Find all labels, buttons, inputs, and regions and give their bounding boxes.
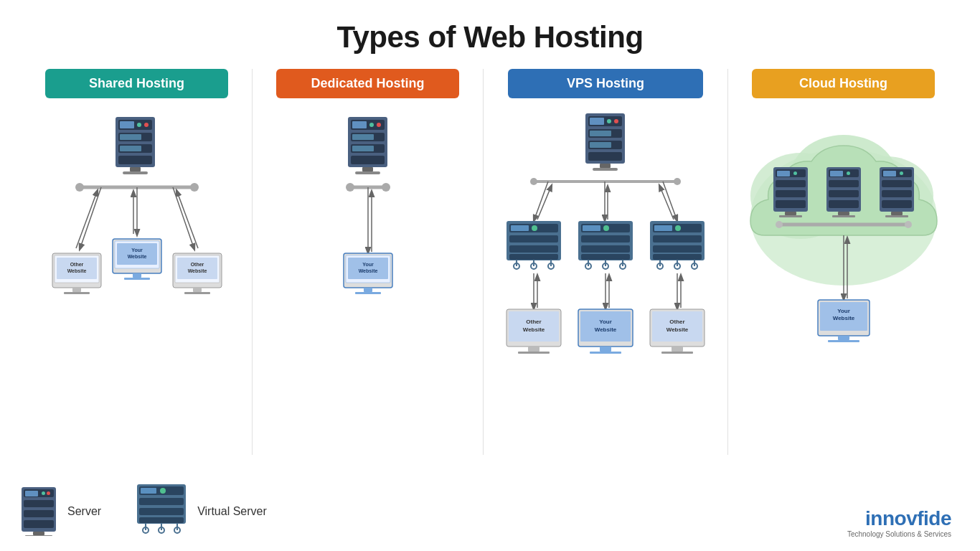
- svg-line-85: [534, 182, 548, 221]
- dedicated-diagram: Your Website: [260, 110, 476, 455]
- svg-rect-199: [25, 491, 38, 496]
- svg-point-160: [905, 221, 912, 228]
- svg-rect-186: [891, 212, 903, 215]
- svg-rect-51: [352, 146, 374, 151]
- svg-line-15: [80, 187, 101, 250]
- server-legend-icon: [22, 487, 57, 536]
- svg-rect-178: [832, 215, 855, 217]
- svg-rect-205: [33, 532, 44, 535]
- svg-rect-34: [133, 273, 141, 278]
- legend: Server Virtual Server: [22, 484, 267, 538]
- svg-rect-213: [139, 517, 184, 523]
- svg-point-57: [382, 183, 390, 192]
- svg-rect-106: [583, 225, 600, 231]
- svg-text:Other: Other: [70, 262, 83, 267]
- svg-rect-202: [24, 500, 54, 507]
- brand-name-part1: innov: [865, 507, 917, 529]
- svg-rect-201: [47, 491, 50, 495]
- svg-rect-164: [793, 171, 797, 175]
- svg-line-87: [663, 182, 677, 221]
- svg-rect-165: [776, 180, 806, 187]
- svg-rect-175: [829, 190, 859, 197]
- brand-subtitle: Technology Solutions & Services: [847, 530, 951, 538]
- svg-rect-209: [141, 488, 156, 494]
- svg-rect-140: [528, 347, 540, 352]
- svg-text:Your: Your: [837, 308, 850, 314]
- svg-rect-4: [144, 123, 149, 127]
- svg-rect-146: [600, 347, 611, 352]
- svg-rect-163: [777, 171, 790, 176]
- svg-text:Other: Other: [669, 319, 684, 325]
- svg-rect-77: [588, 152, 622, 161]
- svg-text:Other: Other: [190, 262, 204, 267]
- svg-rect-107: [603, 225, 609, 231]
- svg-text:Website: Website: [595, 326, 617, 333]
- svg-rect-185: [882, 200, 912, 208]
- svg-rect-183: [882, 180, 912, 187]
- svg-rect-76: [590, 142, 611, 148]
- svg-rect-212: [139, 508, 184, 515]
- svg-rect-10: [130, 167, 141, 171]
- svg-point-13: [75, 183, 84, 192]
- svg-point-82: [674, 178, 681, 185]
- svg-rect-211: [139, 498, 184, 505]
- cloud-diagram: Your Website: [735, 110, 951, 455]
- svg-rect-42: [184, 292, 210, 294]
- svg-rect-11: [123, 171, 148, 174]
- svg-rect-54: [355, 171, 380, 174]
- svg-text:Website: Website: [666, 326, 689, 333]
- svg-rect-3: [137, 123, 141, 127]
- svg-rect-168: [785, 212, 796, 215]
- svg-rect-203: [24, 510, 54, 517]
- svg-line-20: [176, 190, 198, 248]
- svg-rect-119: [654, 225, 672, 231]
- svg-rect-9: [118, 156, 152, 164]
- column-cloud: Cloud Hosting: [728, 69, 958, 455]
- svg-rect-121: [653, 235, 702, 242]
- cloud-diagram-svg: Your Website: [736, 110, 951, 361]
- svg-text:Your: Your: [131, 248, 143, 253]
- brand: innovfide Technology Solutions & Service…: [847, 507, 951, 538]
- svg-rect-141: [518, 352, 550, 354]
- column-shared: Shared Hosting: [22, 69, 253, 455]
- shared-hosting-label: Shared Hosting: [45, 69, 229, 98]
- svg-point-159: [776, 221, 783, 228]
- svg-rect-187: [885, 215, 908, 217]
- svg-rect-46: [369, 123, 374, 127]
- svg-rect-177: [838, 212, 849, 215]
- cloud-hosting-label: Cloud Hosting: [752, 69, 936, 98]
- svg-rect-67: [355, 292, 381, 294]
- svg-rect-93: [511, 225, 529, 231]
- svg-rect-94: [532, 225, 537, 231]
- svg-rect-53: [362, 167, 373, 171]
- svg-rect-182: [900, 171, 903, 175]
- svg-text:Your: Your: [362, 262, 374, 267]
- svg-rect-184: [882, 190, 912, 197]
- svg-line-17: [173, 187, 194, 250]
- svg-rect-95: [509, 235, 558, 242]
- svg-rect-166: [776, 190, 806, 197]
- svg-rect-96: [509, 245, 558, 253]
- svg-rect-49: [352, 134, 374, 140]
- svg-rect-174: [829, 180, 859, 187]
- svg-rect-206: [25, 535, 52, 536]
- brand-name-part2: fide: [917, 507, 951, 529]
- svg-rect-2: [120, 121, 134, 128]
- svg-text:Website: Website: [127, 254, 146, 259]
- svg-point-81: [530, 178, 537, 185]
- svg-point-14: [190, 183, 199, 192]
- svg-rect-35: [124, 278, 150, 280]
- svg-rect-27: [72, 288, 81, 292]
- svg-rect-97: [509, 254, 558, 260]
- svg-rect-52: [351, 156, 385, 164]
- dedicated-hosting-label: Dedicated Hosting: [276, 69, 460, 98]
- vps-hosting-label: VPS Hosting: [508, 69, 703, 98]
- svg-rect-71: [607, 119, 611, 123]
- svg-text:Website: Website: [832, 315, 854, 321]
- svg-rect-152: [672, 347, 683, 352]
- svg-rect-167: [776, 200, 806, 208]
- column-dedicated: Dedicated Hosting: [253, 69, 484, 455]
- svg-rect-176: [829, 200, 859, 208]
- svg-text:Website: Website: [358, 268, 377, 273]
- vps-diagram-svg: Other Website Your Website: [491, 110, 720, 382]
